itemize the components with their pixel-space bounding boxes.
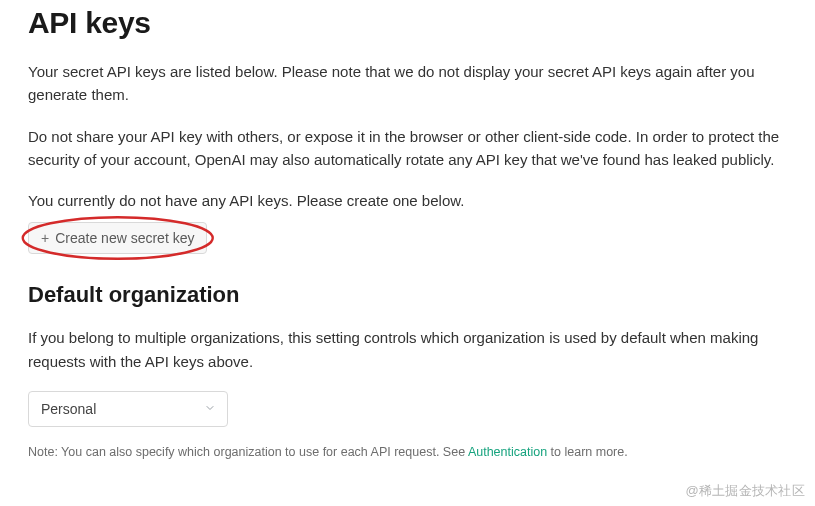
empty-state-text: You currently do not have any API keys. … <box>28 189 787 212</box>
organization-select[interactable]: Personal <box>28 391 228 427</box>
authentication-link[interactable]: Authentication <box>468 445 547 459</box>
org-note: Note: You can also specify which organiz… <box>28 443 787 462</box>
plus-icon: + <box>41 231 49 245</box>
default-org-description: If you belong to multiple organizations,… <box>28 326 787 373</box>
create-secret-key-button[interactable]: + Create new secret key <box>28 222 207 254</box>
page-title: API keys <box>28 6 787 40</box>
note-suffix: to learn more. <box>547 445 628 459</box>
intro-paragraph: Your secret API keys are listed below. P… <box>28 60 787 107</box>
create-key-button-wrap: + Create new secret key <box>28 222 207 254</box>
org-select-wrap: Personal <box>28 391 228 427</box>
create-key-button-label: Create new secret key <box>55 230 194 246</box>
watermark-text: @稀土掘金技术社区 <box>685 482 805 500</box>
warning-paragraph: Do not share your API key with others, o… <box>28 125 787 172</box>
note-prefix: Note: You can also specify which organiz… <box>28 445 468 459</box>
default-org-heading: Default organization <box>28 282 787 308</box>
